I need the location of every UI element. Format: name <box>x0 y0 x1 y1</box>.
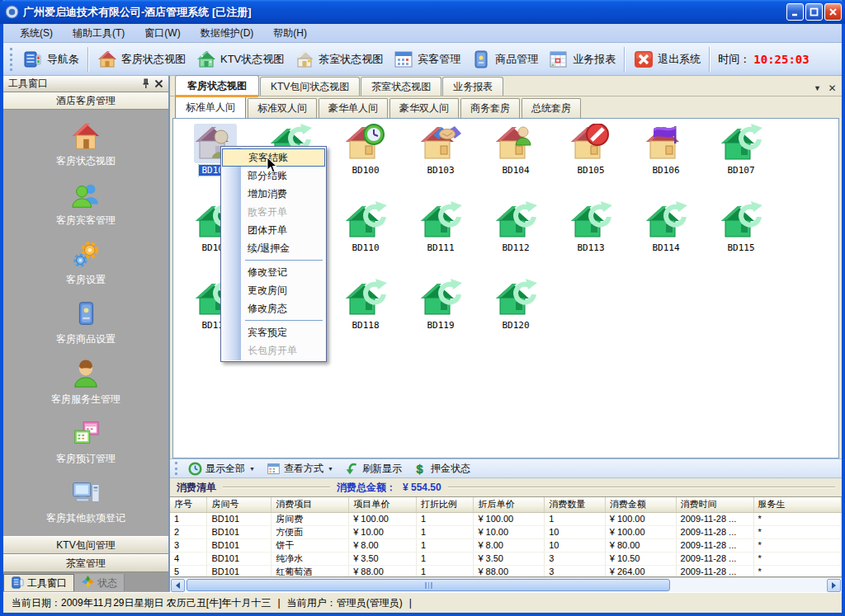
room-BD106[interactable]: BD106 <box>630 124 701 190</box>
menu-item-system[interactable]: 系统(S) <box>10 24 63 43</box>
toolbar-button-navbar[interactable]: 导航条 <box>17 47 84 72</box>
sidebar-tab-status[interactable]: 状态 <box>74 574 125 592</box>
room-BD110[interactable]: BD110 <box>330 201 401 267</box>
context-menu-item-modify-registration[interactable]: 修改登记 <box>222 263 325 281</box>
sidebar-section-ktv-mgmt[interactable]: KTV包间管理 <box>3 536 168 554</box>
title-bar: 广州爱启迪技术有限公司-酒店管理系统 [已注册] <box>0 0 845 24</box>
sidebar-bottom-tabs: 工具窗口状态 <box>3 572 168 592</box>
tab-ktv-room-status-view[interactable]: KTV包间状态视图 <box>260 77 360 96</box>
toolbar-button-reports[interactable]: 业务报表 <box>543 47 621 72</box>
sidebar-tab-tool-window[interactable]: 工具窗口 <box>3 574 74 592</box>
room-icon-vacant <box>344 279 387 318</box>
room-BD111[interactable]: BD111 <box>405 201 476 267</box>
roomtype-tab-std-single[interactable]: 标准单人间 <box>175 96 246 118</box>
table-row[interactable]: 4BD101纯净水¥ 3.501¥ 3.503¥ 10.502009-11-28… <box>170 552 842 565</box>
menu-item-window[interactable]: 窗口(W) <box>135 24 190 43</box>
tab-room-status-view[interactable]: 客房状态视图 <box>175 75 259 96</box>
table-cell: 2 <box>170 525 207 538</box>
view-toolbar-button-show-all[interactable]: 显示全部▼ <box>182 461 261 477</box>
menu-item-help[interactable]: 帮助(H) <box>263 24 317 43</box>
tab-business-reports[interactable]: 业务报表 <box>442 77 503 96</box>
menu-item-data[interactable]: 数据维护(D) <box>191 24 264 43</box>
room-BD112[interactable]: BD112 <box>480 201 551 267</box>
toolbar-button-room-status[interactable]: 客房状态视图 <box>92 47 191 72</box>
context-menu-item-renew-refund-deposit[interactable]: 续/退押金 <box>222 239 325 257</box>
roomtype-tab-deluxe-double[interactable]: 豪华双人间 <box>389 98 459 118</box>
room-BD104[interactable]: BD104 <box>480 124 551 190</box>
scroll-left-button[interactable] <box>171 579 185 592</box>
room-BD105[interactable]: BD105 <box>555 124 626 190</box>
sidebar-section-header[interactable]: 酒店客房管理 <box>3 92 168 110</box>
sidebar-item-room-guest-mgmt[interactable]: 客房宾客管理 <box>56 180 116 228</box>
deposit-icon: $ <box>413 462 427 476</box>
context-menu-item-group-order[interactable]: 团体开单 <box>222 221 325 239</box>
table-row[interactable]: 2BD101方便面¥ 10.001¥ 10.0010¥ 100.002009-1… <box>170 525 842 538</box>
view-toolbar-button-deposit-status[interactable]: $押金状态 <box>408 461 476 477</box>
toolbar-button-exit[interactable]: 退出系统 <box>628 47 706 72</box>
table-header-0[interactable]: 序号 <box>170 497 207 512</box>
room-BD115[interactable]: BD115 <box>706 201 777 267</box>
room-label: BD113 <box>574 242 607 253</box>
table-header-2[interactable]: 消费项目 <box>271 497 349 512</box>
scrollbar-thumb[interactable] <box>186 579 670 591</box>
tab-tearoom-status-view[interactable]: 茶室状态视图 <box>361 77 441 96</box>
toolbar-button-tearoom-status[interactable]: 茶室状态视图 <box>289 47 388 72</box>
sidebar-item-room-waiter-mgmt[interactable]: 客房服务生管理 <box>51 359 120 407</box>
sidebar-item-label: 客房服务生管理 <box>51 393 120 407</box>
pin-icon[interactable] <box>139 78 152 90</box>
sidebar-item-room-booking-mgmt[interactable]: 客房预订管理 <box>56 418 116 466</box>
view-toolbar-button-refresh[interactable]: 刷新显示 <box>339 461 408 477</box>
table-cell: ¥ 88.00 <box>349 565 417 577</box>
tab-dropdown-button[interactable]: ▼ <box>811 82 824 94</box>
table-row[interactable]: 5BD101红葡萄酒¥ 88.001¥ 88.003¥ 264.002009-1… <box>170 565 842 577</box>
view-toolbar-grip[interactable] <box>175 462 179 475</box>
table-row[interactable]: 3BD101饼干¥ 8.001¥ 8.0010¥ 80.002009-11-28… <box>170 538 842 552</box>
table-header-5[interactable]: 折后单价 <box>474 497 545 512</box>
sidebar-item-room-settings[interactable]: 客房设置 <box>66 239 106 287</box>
room-BD119[interactable]: BD119 <box>405 279 476 345</box>
toolbar-button-ktv-status[interactable]: KTV状态视图 <box>191 47 289 72</box>
table-row[interactable]: 1BD101房间费¥ 100.001¥ 100.001¥ 100.002009-… <box>170 512 842 525</box>
roomtype-tab-presidential-suite[interactable]: 总统套房 <box>522 98 581 118</box>
context-menu-item-change-room-status[interactable]: 修改房态 <box>222 299 325 317</box>
roomtype-tab-business-suite[interactable]: 商务套房 <box>460 98 520 118</box>
sidebar-item-room-status-view[interactable]: 客房状态视图 <box>56 120 116 168</box>
room-BD100[interactable]: BD100 <box>330 124 401 190</box>
room-BD103[interactable]: BD103 <box>405 124 476 190</box>
context-menu-item-guest-reservation[interactable]: 宾客预定 <box>222 323 325 341</box>
close-icon[interactable] <box>152 78 165 90</box>
table-cell: 红葡萄酒 <box>271 565 349 577</box>
toolbar-grip[interactable] <box>10 48 14 71</box>
menu-item-tools[interactable]: 辅助工具(T) <box>63 24 135 43</box>
view-toolbar-button-view-mode[interactable]: 查看方式▼ <box>261 461 339 477</box>
context-menu-item-change-room[interactable]: 更改房间 <box>222 281 325 299</box>
roomtype-tab-std-double[interactable]: 标准双人间 <box>248 98 317 118</box>
minimize-button[interactable] <box>786 3 804 21</box>
context-menu-item-add-consumption[interactable]: 增加消费 <box>222 185 325 203</box>
sidebar-section-tearoom-mgmt[interactable]: 茶室管理 <box>3 554 168 572</box>
room-BD120[interactable]: BD120 <box>480 279 551 345</box>
toolbar-button-guest-mgmt[interactable]: 宾客管理 <box>388 47 465 72</box>
table-header-4[interactable]: 打折比例 <box>416 497 473 512</box>
table-header-7[interactable]: 消费金额 <box>605 497 676 512</box>
sidebar-item-room-other-payments[interactable]: 客房其他款项登记 <box>46 477 125 525</box>
tab-close-button[interactable]: ✕ <box>826 82 838 94</box>
horizontal-scrollbar[interactable] <box>170 577 842 592</box>
sidebar-item-room-goods-settings[interactable]: 客房商品设置 <box>56 299 116 346</box>
close-button[interactable] <box>824 3 842 21</box>
table-header-1[interactable]: 房间号 <box>207 497 271 512</box>
roomtype-tab-deluxe-single[interactable]: 豪华单人间 <box>319 98 388 118</box>
table-header-3[interactable]: 项目单价 <box>349 497 417 512</box>
room-BD114[interactable]: BD114 <box>630 201 701 267</box>
room-BD118[interactable]: BD118 <box>330 279 401 345</box>
table-header-8[interactable]: 消费时间 <box>676 497 753 512</box>
room-BD113[interactable]: BD113 <box>555 201 626 267</box>
table-cell: 1 <box>416 538 473 552</box>
table-header-9[interactable]: 服务生 <box>753 497 841 512</box>
toolbar-button-product-mgmt[interactable]: 商品管理 <box>465 47 543 72</box>
room-icon-clock <box>344 124 387 163</box>
maximize-button[interactable] <box>805 3 823 21</box>
room-BD107[interactable]: BD107 <box>706 124 777 190</box>
table-header-6[interactable]: 消费数量 <box>545 497 606 512</box>
scroll-right-button[interactable] <box>827 579 841 592</box>
